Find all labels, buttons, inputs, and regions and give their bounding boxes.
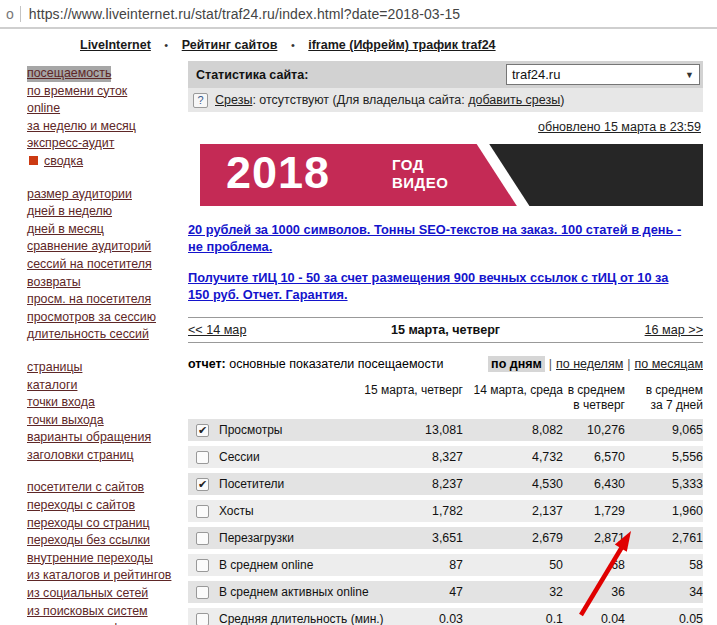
date-navigation: << 14 мар 15 марта, четверг 16 мар >> xyxy=(188,317,703,343)
sidebar-item-2[interactable]: online xyxy=(27,101,60,117)
site-stats-label: Статистика сайта: xyxy=(196,68,308,82)
browser-url-bar[interactable]: o https://www.liveinternet.ru/stat/traf2… xyxy=(0,0,717,29)
text-ads: 20 рублей за 1000 символов. Тонны SEO-те… xyxy=(188,221,691,303)
sidebar-row: сводка xyxy=(27,152,188,170)
prev-day-link[interactable]: << 14 мар xyxy=(188,323,246,337)
sidebar-item-5[interactable]: заголовки страниц xyxy=(27,448,134,464)
row-value: 2,679 xyxy=(463,531,563,545)
row-label-cell: В среднем активных online xyxy=(188,585,363,599)
ad-link-0[interactable]: 20 рублей за 1000 символов. Тонны SEO-те… xyxy=(188,222,681,254)
sidebar-item-3[interactable]: точки выхода xyxy=(27,413,104,429)
row-value: 5,556 xyxy=(625,450,703,464)
sidebar-item-2[interactable]: дней в месяц xyxy=(27,222,104,238)
site-top-nav: LiveInternet • Рейтинг сайтов • iframe (… xyxy=(0,29,717,58)
report-title: отчет: основные показатели посещаемости xyxy=(188,357,443,371)
row-label-cell: ✔Просмотры xyxy=(188,423,363,437)
table-row: ✔Посетители8,2374,5306,4305,333 xyxy=(188,473,703,495)
row-value: 0.04 xyxy=(563,612,625,625)
checkbox-unchecked[interactable] xyxy=(196,505,209,518)
row-label-cell: ✔Посетители xyxy=(188,477,363,491)
sidebar-item-4[interactable]: экспресс-аудит xyxy=(27,136,114,152)
nav-link-rating[interactable]: Рейтинг сайтов xyxy=(182,38,278,52)
table-row: Средняя длительность (мин.)0.030.10.040.… xyxy=(188,608,703,625)
row-value: 4,732 xyxy=(463,450,563,464)
row-value: 58 xyxy=(625,558,703,572)
slices-text: : отсутствуют (Для владельца сайта: xyxy=(252,93,468,107)
ad-banner-2018[interactable]: 2018 ГОД ВИДЕО xyxy=(200,144,703,206)
sidebar-item-0[interactable]: размер аудитории xyxy=(27,187,132,203)
svodka-square-icon xyxy=(29,156,38,165)
row-value: 1,960 xyxy=(625,504,703,518)
row-label: Перезагрузки xyxy=(219,531,294,545)
sidebar-item-5[interactable]: сводка xyxy=(44,154,83,170)
sidebar-item-1[interactable]: каталоги xyxy=(27,378,77,394)
sidebar-item-1[interactable]: по времени суток xyxy=(27,84,127,100)
sidebar-item-4[interactable]: внутренние переходы xyxy=(27,551,153,567)
sidebar-row: длительность сессий xyxy=(27,325,188,343)
sidebar-item-3[interactable]: за неделю и месяц xyxy=(27,119,136,135)
sidebar-item-6[interactable]: просм. на посетителя xyxy=(27,292,151,308)
sidebar-item-2[interactable]: переходы со страниц xyxy=(27,516,150,532)
sidebar-item-6[interactable]: из социальных сетей xyxy=(27,586,148,602)
add-slices-link[interactable]: добавить срезы xyxy=(468,93,560,107)
site-select[interactable]: traf24.ru ▼ xyxy=(506,64,700,85)
row-value: 1,782 xyxy=(363,504,463,518)
view-link-1[interactable]: по месяцам xyxy=(635,357,703,371)
sidebar-item-7[interactable]: из поисковых систем xyxy=(27,604,148,620)
table-column-header: 14 марта, среда xyxy=(463,383,563,413)
ad-row: Получите тИЦ 10 - 50 за счет размещения … xyxy=(188,269,691,303)
row-value: 0.1 xyxy=(463,612,563,625)
sidebar-item-4[interactable]: варианты обращения xyxy=(27,430,151,446)
sidebar-item-0[interactable]: посетители с сайтов xyxy=(27,480,144,496)
sidebar-item-1[interactable]: дней в неделю xyxy=(27,204,112,220)
checkbox-unchecked[interactable] xyxy=(196,451,209,464)
table-row: Хосты1,7822,1371,7291,960 xyxy=(188,500,703,522)
sidebar-row: по времени суток xyxy=(27,82,188,100)
sidebar-item-5[interactable]: возвраты xyxy=(27,275,81,291)
sidebar-row: точки входа xyxy=(27,393,188,411)
ad-link-1[interactable]: Получите тИЦ 10 - 50 за счет размещения … xyxy=(188,270,668,302)
site-select-value: traf24.ru xyxy=(512,67,560,82)
sidebar-item-7[interactable]: просмотров за сессию xyxy=(27,310,156,326)
checkbox-checked[interactable]: ✔ xyxy=(196,424,209,437)
sidebar-item-8[interactable]: по поисковым фразам xyxy=(27,621,156,625)
checkbox-unchecked[interactable] xyxy=(196,586,209,599)
sidebar-item-4[interactable]: сессий на посетителя xyxy=(27,257,152,273)
sidebar-item-3[interactable]: сравнение аудиторий xyxy=(27,239,151,255)
row-value: 3,651 xyxy=(363,531,463,545)
row-value: 2,137 xyxy=(463,504,563,518)
row-value: 68 xyxy=(563,558,625,572)
checkbox-unchecked[interactable] xyxy=(196,613,209,625)
nav-link-liveinternet[interactable]: LiveInternet xyxy=(80,38,151,52)
checkbox-unchecked[interactable] xyxy=(196,532,209,545)
row-value: 2,761 xyxy=(625,531,703,545)
sidebar-item-1[interactable]: переходы с сайтов xyxy=(27,498,135,514)
checkbox-unchecked[interactable] xyxy=(196,559,209,572)
view-by-days-selected: по дням xyxy=(488,356,545,372)
help-icon[interactable]: ? xyxy=(193,93,208,108)
checkbox-checked[interactable]: ✔ xyxy=(196,478,209,491)
slices-link[interactable]: Срезы xyxy=(215,93,252,107)
table-row: В среднем online87506858 xyxy=(188,554,703,576)
banner-subtitle: ГОД ВИДЕО xyxy=(392,156,448,192)
view-link-0[interactable]: по неделям xyxy=(556,357,623,371)
sidebar-item-0[interactable]: страницы xyxy=(27,360,82,376)
sidebar-item-5[interactable]: из каталогов и рейтингов xyxy=(27,568,171,584)
nav-dot: • xyxy=(164,39,168,51)
row-value: 32 xyxy=(463,585,563,599)
view-switcher: по дням|по неделям|по месяцам xyxy=(488,357,703,371)
sidebar-item-2[interactable]: точки входа xyxy=(27,395,95,411)
table-row: Сессии8,3274,7326,5705,556 xyxy=(188,446,703,468)
sidebar-item-0[interactable]: посещаемость xyxy=(27,66,111,82)
sidebar-group: посетители с сайтовпереходы с сайтовпере… xyxy=(27,478,188,625)
row-label-cell: Сессии xyxy=(188,450,363,464)
page-url[interactable]: https://www.liveinternet.ru/stat/traf24.… xyxy=(29,6,460,22)
next-day-link[interactable]: 16 мар >> xyxy=(645,323,703,337)
sidebar-item-3[interactable]: переходы без ссылки xyxy=(27,533,150,549)
sidebar-row: заголовки страниц xyxy=(27,446,188,464)
nav-link-site[interactable]: iframe (Ифрейм) трафик traf24 xyxy=(308,38,495,52)
sidebar-row: каталоги xyxy=(27,376,188,394)
row-value: 13,081 xyxy=(363,423,463,437)
sidebar-item-8[interactable]: длительность сессий xyxy=(27,327,149,343)
updated-link[interactable]: обновлено 15 марта в 23:59 xyxy=(538,120,701,134)
